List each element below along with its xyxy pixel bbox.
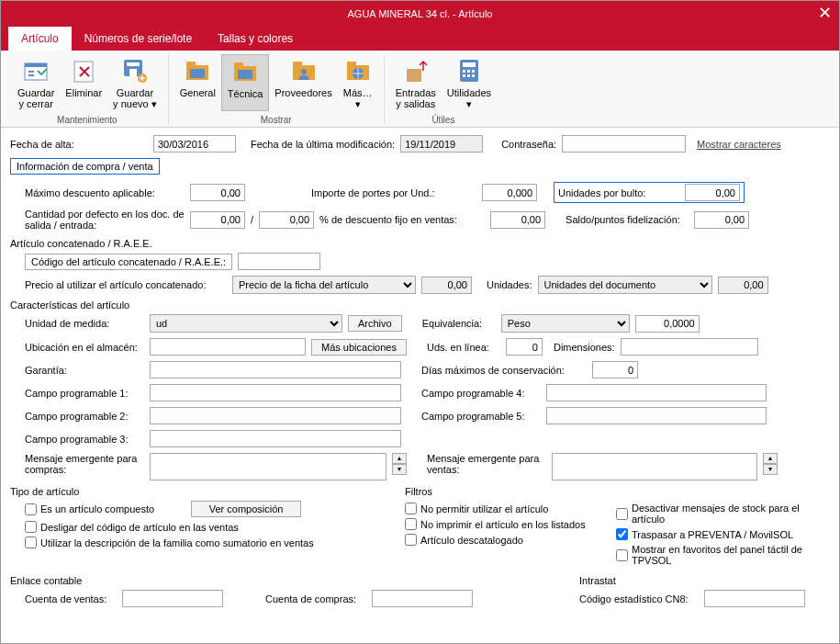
unidad-medida-label: Unidad de medida: (25, 318, 144, 329)
archivo-button[interactable]: Archivo (348, 315, 402, 332)
tab-articulo[interactable]: Artículo (8, 27, 72, 51)
ver-composicion-button[interactable]: Ver composición (191, 501, 301, 517)
contrasena-input[interactable] (562, 135, 686, 153)
cp2-label: Campo programable 2: (25, 411, 144, 422)
cant-def-label: Cantidad por defecto en los doc. de sali… (10, 209, 185, 231)
importe-portes-label: Importe de portes por Und.: (311, 187, 476, 198)
equiv-select[interactable]: Peso (501, 314, 630, 333)
save-close-button[interactable]: Guardary cerrar (12, 54, 60, 111)
fecha-mod-label: Fecha de la última modificación: (251, 139, 395, 150)
desc-fijo-label: % de descuento fijo en ventas: (319, 214, 485, 225)
cn8-label: Código estadístico CN8: (579, 593, 699, 604)
cb-no-imprimir[interactable] (405, 518, 417, 530)
dias-max-input[interactable] (592, 361, 638, 378)
cb-desactivar-stock[interactable] (616, 508, 628, 520)
uds-linea-label: Uds. en línea: (427, 342, 500, 353)
cn8-input[interactable] (704, 590, 805, 607)
cb-desligar[interactable] (25, 521, 37, 533)
fecha-mod-input (400, 135, 483, 153)
svg-rect-14 (238, 70, 252, 79)
concat-title: Artículo concatenado / R.A.E.E. (10, 238, 152, 249)
und-bulto-input[interactable] (685, 184, 740, 201)
cp1-label: Campo programable 1: (25, 388, 144, 399)
cb-compuesto[interactable] (25, 503, 37, 515)
scroll-up-icon[interactable]: ▴ (392, 453, 407, 464)
saldo-input[interactable] (694, 211, 749, 229)
close-icon[interactable]: ✕ (818, 3, 832, 23)
cp5-input[interactable] (546, 407, 767, 424)
concat-code-input[interactable] (238, 253, 320, 270)
dias-max-label: Días máximos de conservación: (421, 365, 587, 376)
scroll-down-icon[interactable]: ▾ (763, 464, 778, 475)
svg-rect-13 (234, 62, 243, 68)
cc-input[interactable] (372, 590, 473, 607)
general-button[interactable]: General (174, 54, 221, 111)
max-desc-input[interactable] (190, 184, 245, 201)
equiv-label: Equivalencia: (422, 318, 496, 329)
cb-favoritos[interactable] (616, 549, 628, 561)
tecnica-button[interactable]: Técnica (221, 54, 270, 111)
max-desc-label: Máximo descuento aplicable: (10, 187, 185, 198)
cb-descatalogado[interactable] (405, 534, 417, 546)
unidad-medida-select[interactable]: ud (150, 314, 342, 333)
svg-rect-27 (463, 74, 465, 77)
section-compra-venta: Información de compra / venta (10, 158, 160, 175)
ubicacion-input[interactable] (150, 338, 306, 356)
cp4-input[interactable] (546, 384, 767, 401)
folder-icon (183, 56, 212, 85)
save-new-icon (120, 56, 150, 85)
svg-rect-25 (467, 70, 470, 73)
save-new-button[interactable]: Guardary nuevo ▾ (107, 54, 162, 111)
msg-ventas-input[interactable] (552, 453, 757, 480)
equiv-val-input[interactable] (635, 315, 700, 333)
cb-no-permitir[interactable] (405, 503, 417, 514)
fecha-alta-input[interactable] (153, 135, 236, 153)
utilidades-button[interactable]: Utilidades▾ (442, 54, 497, 111)
saldo-label: Saldo/puntos fidelización: (566, 214, 689, 225)
intrastat-title: Intrastat (579, 575, 830, 586)
cv-label: Cuenta de ventas: (25, 593, 117, 604)
cant-def2-input[interactable] (259, 211, 314, 229)
svg-rect-7 (129, 69, 137, 76)
svg-rect-2 (28, 71, 34, 73)
cp2-input[interactable] (150, 407, 401, 424)
mostrar-caracteres-link[interactable]: Mostrar caracteres (697, 139, 781, 150)
garantia-label: Garantía: (25, 365, 144, 376)
save-icon (21, 56, 50, 85)
cp3-input[interactable] (150, 430, 401, 447)
cv-input[interactable] (122, 590, 223, 607)
precio-concat-select[interactable]: Precio de la ficha del artículo (232, 276, 416, 294)
dimensiones-label: Dimensiones: (554, 342, 615, 353)
und-bulto-label: Unidades por bulto: (558, 187, 678, 198)
desc-fijo-input[interactable] (490, 211, 545, 229)
delete-button[interactable]: Eliminar (60, 54, 107, 111)
ribbon-group-label: Mantenimiento (57, 115, 118, 125)
importe-portes-input[interactable] (482, 184, 537, 201)
unidades-select[interactable]: Unidades del documento (538, 276, 712, 294)
garantia-input[interactable] (150, 361, 401, 378)
precio-concat-label: Precio al utilizar el artículo concatena… (25, 279, 227, 290)
scroll-down-icon[interactable]: ▾ (392, 464, 407, 475)
contrasena-label: Contraseña: (501, 139, 556, 150)
svg-rect-19 (347, 62, 356, 67)
dimensiones-input[interactable] (621, 338, 758, 356)
folder-icon (230, 57, 260, 86)
cb-traspasar[interactable] (616, 528, 628, 540)
cp4-label: Campo programable 4: (421, 388, 541, 399)
mas-button[interactable]: Más…▾ (338, 54, 378, 111)
tab-tallas[interactable]: Tallas y colores (205, 27, 306, 51)
scroll-up-icon[interactable]: ▴ (763, 453, 778, 464)
svg-rect-21 (407, 69, 421, 82)
cant-def1-input[interactable] (190, 211, 245, 229)
cb-desc-familia[interactable] (25, 537, 37, 548)
mas-ubicaciones-button[interactable]: Más ubicaciones (311, 339, 407, 356)
uds-linea-input[interactable] (506, 338, 543, 356)
svg-point-17 (301, 69, 307, 74)
cp1-input[interactable] (150, 384, 401, 401)
precio-concat-val (421, 277, 472, 294)
cc-label: Cuenta de compras: (265, 593, 366, 604)
tab-numeros[interactable]: Números de serie/lote (72, 27, 205, 51)
entradas-salidas-button[interactable]: Entradasy salidas (390, 54, 442, 111)
msg-compras-input[interactable] (150, 453, 386, 480)
proveedores-button[interactable]: Proveedores (269, 54, 337, 111)
